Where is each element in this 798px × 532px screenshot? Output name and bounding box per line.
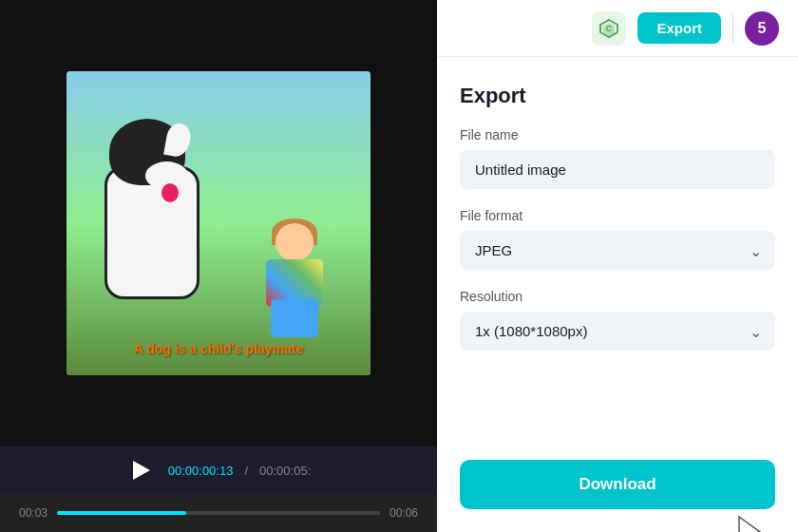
dog-head [109, 119, 185, 185]
app-logo: C [592, 11, 626, 46]
video-caption: A dog is a child's playmate [134, 341, 304, 356]
svg-marker-3 [739, 517, 760, 532]
export-content: Export File name File format JPEG PNG GI… [437, 57, 798, 460]
logo-icon: C [598, 18, 619, 39]
video-thumbnail: A dog is a child's playmate [66, 71, 370, 375]
video-area: A dog is a child's playmate [0, 0, 437, 446]
svg-text:C: C [606, 24, 613, 33]
user-avatar[interactable]: 5 [745, 11, 779, 46]
file-format-select[interactable]: JPEG PNG GIF MP4 WebM [460, 231, 775, 270]
timeline[interactable]: 00:03 00:06 [0, 494, 437, 532]
timeline-bar[interactable] [57, 511, 380, 515]
download-section: Download [437, 460, 798, 532]
dog-figure [86, 109, 218, 318]
file-format-group: File format JPEG PNG GIF MP4 WebM ⌄ [460, 208, 775, 270]
timeline-end: 00:06 [390, 506, 418, 520]
time-total: 00:00:05: [259, 464, 311, 478]
header: C Export 5 [437, 0, 798, 57]
export-title: Export [460, 84, 775, 108]
time-current: 00:00:00:13 [168, 464, 234, 478]
play-button[interactable] [126, 455, 157, 485]
timeline-start: 00:03 [19, 506, 48, 520]
file-format-label: File format [460, 208, 775, 223]
header-divider [732, 14, 733, 43]
video-controls: 00:00:00:13 / 00:00:05: [0, 446, 437, 494]
time-separator: / [244, 464, 248, 478]
child-head [276, 223, 314, 261]
child-figure [256, 223, 332, 347]
child-legs [271, 299, 318, 337]
mouse-cursor-icon [732, 513, 770, 532]
file-name-label: File name [460, 127, 775, 142]
play-icon [133, 461, 150, 480]
resolution-label: Resolution [460, 289, 775, 304]
dog-tongue [162, 183, 179, 202]
resolution-select-wrapper: 1x (1080*1080px) 2x (2160*2160px) 0.5x (… [460, 312, 775, 351]
timeline-progress [57, 511, 186, 515]
file-format-select-wrapper: JPEG PNG GIF MP4 WebM ⌄ [460, 231, 775, 270]
download-button[interactable]: Download [460, 460, 775, 509]
file-name-input[interactable] [460, 150, 775, 189]
resolution-group: Resolution 1x (1080*1080px) 2x (2160*216… [460, 289, 775, 351]
cursor-pointer [732, 513, 770, 532]
file-name-group: File name [460, 127, 775, 189]
dog-ear-left [121, 124, 150, 162]
video-editor-panel: A dog is a child's playmate 00:00:00:13 … [0, 0, 437, 532]
export-panel: C Export 5 Export File name File format … [437, 0, 798, 532]
resolution-select[interactable]: 1x (1080*1080px) 2x (2160*2160px) 0.5x (… [460, 312, 775, 351]
dog-ear-right [163, 122, 193, 159]
export-button[interactable]: Export [637, 12, 721, 44]
